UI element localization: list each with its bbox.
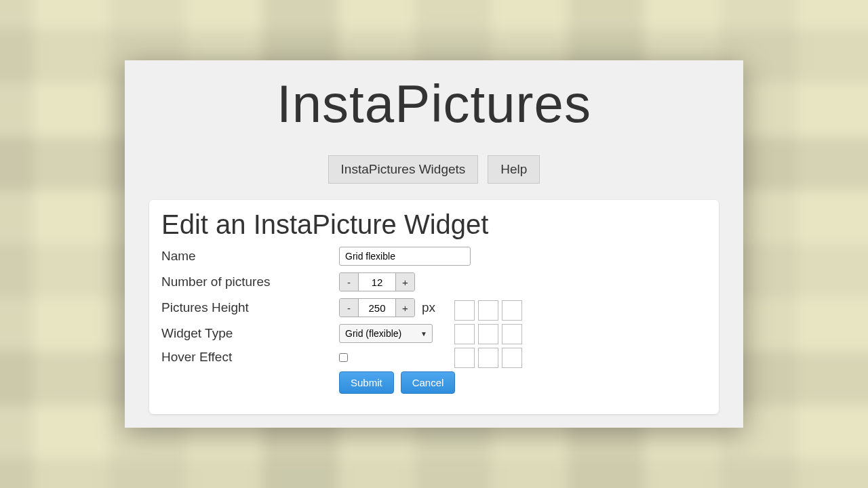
num-pictures-stepper: - + bbox=[339, 272, 415, 291]
preview-cell bbox=[478, 300, 498, 321]
submit-button[interactable]: Submit bbox=[339, 371, 394, 394]
edit-widget-card: Edit an InstaPicture Widget Name Number … bbox=[149, 200, 719, 414]
height-stepper: - + bbox=[339, 298, 415, 317]
height-decrement-button[interactable]: - bbox=[340, 299, 359, 317]
num-pictures-decrement-button[interactable]: - bbox=[340, 273, 359, 291]
app-panel: InstaPictures InstaPictures Widgets Help… bbox=[125, 60, 743, 428]
card-title: Edit an InstaPicture Widget bbox=[161, 209, 707, 240]
button-row: Submit Cancel bbox=[339, 371, 707, 394]
type-select[interactable]: Grid (flexible) bbox=[339, 324, 433, 343]
hover-label: Hover Effect bbox=[161, 350, 339, 365]
nav-widgets-button[interactable]: InstaPictures Widgets bbox=[328, 155, 479, 184]
name-label: Name bbox=[161, 249, 339, 264]
preview-cell bbox=[478, 348, 498, 368]
preview-cell bbox=[478, 324, 498, 344]
hover-checkbox[interactable] bbox=[339, 353, 348, 362]
type-label: Widget Type bbox=[161, 326, 339, 341]
preview-cell bbox=[502, 348, 522, 368]
row-height: Pictures Height - + px bbox=[161, 298, 707, 317]
preview-cell bbox=[454, 300, 475, 321]
num-pictures-label: Number of pictures bbox=[161, 274, 339, 289]
preview-cell bbox=[502, 300, 522, 321]
row-name: Name bbox=[161, 247, 707, 266]
row-num-pictures: Number of pictures - + bbox=[161, 272, 707, 291]
row-type: Widget Type Grid (flexible) ▼ bbox=[161, 324, 707, 343]
height-increment-button[interactable]: + bbox=[395, 299, 414, 317]
preview-cell bbox=[454, 324, 475, 344]
nav-bar: InstaPictures Widgets Help bbox=[125, 155, 743, 184]
preview-cell bbox=[502, 324, 522, 344]
height-unit: px bbox=[422, 300, 435, 315]
num-pictures-increment-button[interactable]: + bbox=[395, 273, 414, 291]
widget-type-preview-grid bbox=[454, 300, 522, 368]
name-input[interactable] bbox=[339, 247, 471, 266]
preview-cell bbox=[454, 348, 475, 368]
height-input[interactable] bbox=[359, 299, 395, 317]
row-hover: Hover Effect bbox=[161, 350, 707, 365]
nav-help-button[interactable]: Help bbox=[488, 155, 540, 184]
height-label: Pictures Height bbox=[161, 300, 339, 315]
app-title: InstaPictures bbox=[125, 73, 743, 136]
cancel-button[interactable]: Cancel bbox=[401, 371, 456, 394]
num-pictures-input[interactable] bbox=[359, 273, 395, 291]
